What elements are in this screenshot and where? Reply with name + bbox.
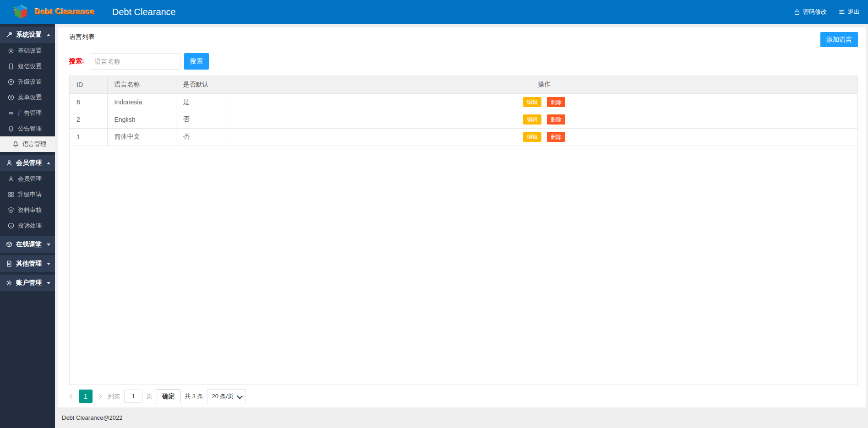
- sidebar-item-upgrade-request[interactable]: 升级申请: [0, 187, 55, 202]
- lock-icon: [794, 9, 800, 15]
- cell-is-default: 否: [176, 111, 231, 128]
- shield-check-icon: [8, 207, 14, 213]
- logout-link[interactable]: 退出: [839, 8, 860, 16]
- main-content: 语言列表 添加语言 搜索: 搜索 ID 语言名称 是否默认 操作: [55, 24, 868, 428]
- delete-button[interactable]: 删除: [547, 132, 565, 142]
- page-jump-input[interactable]: [124, 390, 142, 403]
- logout-label: 退出: [848, 8, 860, 16]
- total-count-label: 共 3 条: [185, 392, 203, 401]
- delete-button[interactable]: 删除: [547, 114, 565, 125]
- language-list-card: 语言列表 添加语言 搜索: 搜索 ID 语言名称 是否默认 操作: [58, 27, 866, 407]
- gear-icon: [8, 48, 14, 54]
- edit-button[interactable]: 编辑: [523, 132, 541, 142]
- sidebar-item-label: 投诉处理: [18, 222, 42, 230]
- delete-button[interactable]: 删除: [547, 97, 565, 107]
- user-icon: [6, 160, 12, 166]
- sidebar-group-other-management[interactable]: 其他管理: [0, 255, 55, 272]
- cell-is-default: 否: [176, 128, 231, 146]
- chevron-down-icon: [47, 263, 50, 265]
- column-header-id: ID: [70, 76, 107, 93]
- cell-actions: 编辑 删除: [231, 111, 857, 128]
- user-icon: [8, 176, 14, 182]
- sidebar-item-language-management[interactable]: 语言管理: [0, 136, 55, 152]
- column-header-is-default: 是否默认: [176, 76, 231, 93]
- language-table: ID 语言名称 是否默认 操作 6 Indonesia 是 编辑 删除: [69, 76, 858, 385]
- add-language-button[interactable]: 添加语言: [820, 32, 858, 47]
- prev-page-button[interactable]: [67, 390, 75, 403]
- cell-id: 1: [70, 128, 107, 146]
- sidebar-group-label: 会员管理: [16, 159, 42, 167]
- bell-icon: [12, 141, 19, 147]
- sidebar-item-upgrade-settings[interactable]: 升级设置: [0, 74, 55, 90]
- logo-cube-icon: [13, 4, 29, 20]
- change-password-link[interactable]: 密码修改: [794, 8, 827, 16]
- sidebar-group-account-management[interactable]: 账户管理: [0, 275, 55, 291]
- gear-icon: [6, 280, 12, 286]
- sidebar-group-system-settings[interactable]: 系统设置: [0, 27, 55, 43]
- sidebar-item-sms-settings[interactable]: 短信设置: [0, 59, 55, 74]
- page-size-select[interactable]: 20 条/页: [207, 389, 246, 403]
- infinity-icon: ∞: [8, 110, 14, 116]
- confirm-page-button[interactable]: 确定: [157, 389, 180, 403]
- cube-icon: [6, 241, 12, 248]
- chevron-right-icon: [98, 394, 103, 399]
- edit-button[interactable]: 编辑: [523, 114, 541, 125]
- cell-language-name: Indonesia: [107, 93, 176, 111]
- table-header-row: ID 语言名称 是否默认 操作: [70, 76, 857, 93]
- change-password-label: 密码修改: [803, 8, 827, 16]
- chevron-up-icon: [47, 162, 50, 164]
- sidebar-item-menu-settings[interactable]: 菜单设置: [0, 90, 55, 105]
- frown-face-icon: [8, 222, 14, 229]
- current-page-badge[interactable]: 1: [79, 390, 93, 403]
- wrench-icon: [6, 32, 12, 38]
- jump-prefix-label: 到第: [108, 392, 120, 401]
- column-header-language-name: 语言名称: [107, 76, 176, 93]
- cell-is-default: 是: [176, 93, 231, 111]
- sidebar-item-label: 公告管理: [18, 125, 42, 133]
- sidebar-item-label: 短信设置: [18, 62, 42, 70]
- sidebar-item-label: 会员管理: [18, 175, 42, 183]
- logo-text: Debt Clearance: [35, 7, 95, 16]
- search-input[interactable]: [90, 53, 180, 70]
- chevron-up-icon: [47, 34, 50, 36]
- sidebar-item-label: 资料审核: [18, 206, 42, 214]
- sidebar-group-online-classroom[interactable]: 在线课堂: [0, 236, 55, 253]
- phone-icon: [8, 63, 14, 70]
- card-header: 语言列表: [58, 27, 866, 47]
- sidebar: 系统设置 基础设置 短信设置 升级设置: [0, 24, 55, 428]
- sidebar-item-notice-management[interactable]: 公告管理: [0, 121, 55, 136]
- pagination: 1 到第 页 确定 共 3 条 20 条/页: [58, 385, 866, 407]
- cell-language-name: English: [107, 111, 176, 128]
- bell-icon: [8, 125, 14, 132]
- cell-id: 6: [70, 93, 107, 111]
- sidebar-item-member-management[interactable]: 会员管理: [0, 171, 55, 187]
- topbar-actions: 密码修改 退出: [794, 8, 860, 16]
- search-label: 搜索:: [69, 57, 84, 65]
- cell-actions: 编辑 删除: [231, 128, 857, 146]
- logout-icon: [839, 9, 845, 15]
- jump-suffix-label: 页: [147, 392, 153, 401]
- sidebar-item-basic-settings[interactable]: 基础设置: [0, 43, 55, 59]
- chevron-down-icon: [47, 244, 50, 246]
- copyright-label: Debt Clearance@2022: [62, 414, 122, 421]
- sidebar-group-label: 账户管理: [16, 279, 42, 287]
- search-button[interactable]: 搜索: [184, 53, 209, 70]
- topbar: Debt Clearance Debt Clearance 密码修改 退出: [0, 0, 868, 24]
- sidebar-item-label: 语言管理: [22, 140, 46, 148]
- sidebar-item-complaint-handling[interactable]: 投诉处理: [0, 218, 55, 233]
- table-row: 1 简体中文 否 编辑 删除: [70, 128, 857, 146]
- sidebar-group-member-management[interactable]: 会员管理: [0, 155, 55, 171]
- search-bar: 搜索: 搜索: [58, 47, 866, 76]
- chevron-left-icon: [69, 394, 73, 399]
- next-page-button[interactable]: [97, 390, 104, 403]
- table-row: 2 English 否 编辑 删除: [70, 111, 857, 128]
- sidebar-item-profile-review[interactable]: 资料审核: [0, 202, 55, 218]
- sidebar-item-ad-management[interactable]: ∞ 广告管理: [0, 105, 55, 121]
- chevron-down-icon: [47, 282, 50, 284]
- cell-actions: 编辑 删除: [231, 93, 857, 111]
- page-size-select-wrap: 20 条/页: [207, 389, 246, 403]
- card-title: 语言列表: [69, 33, 95, 41]
- column-header-actions: 操作: [231, 76, 857, 93]
- edit-button[interactable]: 编辑: [523, 97, 541, 107]
- page-title: Debt Clearance: [112, 7, 176, 17]
